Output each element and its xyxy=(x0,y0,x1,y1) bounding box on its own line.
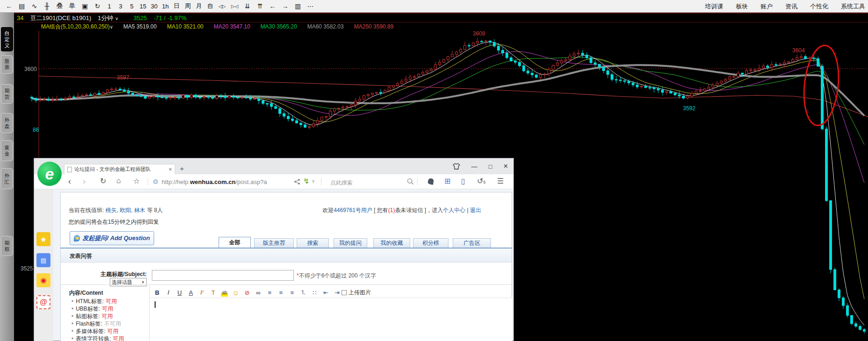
period-day[interactable]: 日 xyxy=(171,1,182,11)
underline-icon[interactable]: U xyxy=(176,288,183,297)
ordered-list-icon[interactable]: ⒈ xyxy=(299,288,306,297)
logout-link[interactable]: 退出 xyxy=(470,207,481,213)
remove-format-icon[interactable]: ⊘ xyxy=(243,288,250,297)
evernote-icon[interactable] xyxy=(427,178,435,186)
mention-icon[interactable]: @ xyxy=(36,295,50,309)
favorites-icon[interactable]: ★ xyxy=(36,232,50,246)
subject-input[interactable] xyxy=(152,270,294,281)
sidebar-tab-futures[interactable]: 期货 xyxy=(1,84,13,104)
apps-grid-icon[interactable]: ⊞ xyxy=(444,177,450,185)
content-textarea[interactable] xyxy=(149,298,512,341)
collapse-down-icon[interactable]: ⇊ xyxy=(241,1,254,11)
mobile-icon[interactable]: ▯ xyxy=(461,177,465,185)
restore-tab-icon[interactable]: ↺5 xyxy=(477,177,485,185)
chevron-down-icon[interactable]: ∨ xyxy=(312,178,315,184)
shrink-horizontal-icon[interactable]: ▷◁ xyxy=(228,1,241,11)
period-1min[interactable]: 1 xyxy=(104,1,115,11)
nav-home-icon[interactable]: ⌂ xyxy=(116,177,121,185)
font-size-icon[interactable]: A xyxy=(187,288,194,297)
search-input[interactable]: 点此搜索 xyxy=(330,179,353,187)
browser-tab[interactable]: 论坛提问 - 文华的金融工程师团队 × xyxy=(64,164,175,174)
period-30min[interactable]: 30 xyxy=(149,1,160,11)
close-button[interactable]: × xyxy=(504,162,508,170)
layout-icon[interactable]: ▥ xyxy=(292,1,304,11)
topic-select[interactable]: 选择话题 ▼ xyxy=(110,278,147,286)
save-icon[interactable]: ▣ xyxy=(78,1,91,11)
period-month[interactable]: 月 xyxy=(193,1,205,11)
expand-horizontal-icon[interactable]: ◁▷ xyxy=(216,1,228,11)
site-info-icon[interactable] xyxy=(153,179,158,184)
italic-icon[interactable]: I xyxy=(165,288,172,297)
hyperlink-icon[interactable]: ∞ xyxy=(255,288,262,297)
period-selector[interactable]: 1分钟 ∨ xyxy=(98,14,118,22)
align-right-icon[interactable]: ≡ xyxy=(288,288,295,297)
align-left-icon[interactable]: ≡ xyxy=(266,288,273,297)
accelerator-icon[interactable]: ↯ xyxy=(303,177,309,185)
address-bar[interactable]: http://help.wenhua.com.cn/post.asp?a xyxy=(162,178,267,185)
multi-chart-icon[interactable]: 叠 xyxy=(53,1,66,11)
scroll-right-icon[interactable]: → xyxy=(279,1,292,11)
nav-favorite-icon[interactable]: ☆ xyxy=(133,177,140,185)
checkbox-icon[interactable] xyxy=(342,290,347,295)
sidebar-tab-gold[interactable]: 黄金 xyxy=(1,140,13,161)
period-week[interactable]: 周 xyxy=(182,1,193,11)
ma-combo-selector[interactable]: MA组合(5,10,20,30,60,250)∨ xyxy=(41,23,113,31)
tab-moderator-picks[interactable]: 版主推荐 xyxy=(254,238,294,248)
emoticon-icon[interactable]: ☺ xyxy=(232,288,239,297)
tab-all[interactable]: 全部 xyxy=(219,237,251,248)
single-chart-icon[interactable]: 单 xyxy=(66,1,78,11)
sidebar-tab-forex[interactable]: 外汇 xyxy=(1,168,13,189)
sidebar-tab-custom[interactable]: 自定义 xyxy=(1,27,13,51)
nav-back-icon[interactable]: ‹ xyxy=(68,177,71,186)
tab-search[interactable]: 搜索 xyxy=(297,238,329,248)
search-icon[interactable] xyxy=(407,178,414,185)
bold-icon[interactable]: B xyxy=(154,288,161,297)
font-color-icon[interactable]: T xyxy=(210,288,217,297)
candlestick-icon[interactable]: ╫ xyxy=(41,1,53,11)
more-icon[interactable]: ⋯ xyxy=(304,1,317,11)
weibo-icon[interactable]: ◉ xyxy=(36,273,50,287)
profile-link[interactable]: 个人中心 xyxy=(443,207,465,213)
scroll-left-icon[interactable]: ← xyxy=(266,1,279,11)
maximize-button[interactable]: □ xyxy=(489,163,492,170)
font-family-icon[interactable]: F xyxy=(199,288,206,297)
outdent-icon[interactable]: ⇤ xyxy=(322,288,329,297)
add-question-button[interactable]: 发起提问/ Add Question xyxy=(70,231,154,245)
news-feed-icon[interactable]: ▤ xyxy=(36,253,50,267)
highlight-icon[interactable]: ab xyxy=(221,288,228,297)
period-15min[interactable]: 15 xyxy=(137,1,149,11)
tab-ads[interactable]: 广告区 xyxy=(453,238,491,248)
unordered-list-icon[interactable]: ∷ xyxy=(311,288,318,297)
nav-refresh-icon[interactable]: ↻ xyxy=(100,177,106,185)
menu-personalize[interactable]: 个性化 xyxy=(810,2,828,11)
period-1hour[interactable]: 1h xyxy=(160,1,171,11)
sidebar-tab-stocks[interactable]: 股票 xyxy=(1,55,13,74)
browser-titlebar[interactable]: 论坛提问 - 文华的金融工程师团队 × + — □ × xyxy=(34,158,513,174)
period-3min[interactable]: 3 xyxy=(115,1,126,11)
menu-icon[interactable]: ☰ xyxy=(497,177,504,185)
upload-image-toggle[interactable]: 上传图片 xyxy=(342,289,371,297)
menu-training[interactable]: 培训课 xyxy=(705,2,723,11)
menu-account[interactable]: 账户 xyxy=(761,2,773,11)
tab-my-favorites[interactable]: 我的收藏 xyxy=(373,238,410,248)
sidebar-tab-overseas[interactable]: 外盘 xyxy=(1,113,13,133)
period-5min[interactable]: 5 xyxy=(126,1,137,11)
expand-up-icon[interactable]: ⇈ xyxy=(254,1,266,11)
user-link[interactable]: 4469761号用户 xyxy=(334,207,372,213)
skin-icon[interactable] xyxy=(453,163,460,170)
menu-sectors[interactable]: 板块 xyxy=(736,2,748,11)
online-staff-links[interactable]: 桃矢, 欧阳, 林木 xyxy=(106,207,145,213)
indent-icon[interactable]: ⇥ xyxy=(333,288,340,297)
quote-board-icon[interactable]: ▤ xyxy=(15,1,28,11)
tab-leaderboard[interactable]: 积分榜 xyxy=(413,238,448,248)
period-custom[interactable]: 自 xyxy=(205,1,216,11)
tab-close-icon[interactable]: × xyxy=(169,166,172,173)
line-chart-icon[interactable]: ∿ xyxy=(28,1,41,11)
back-icon[interactable]: ← xyxy=(3,1,15,11)
share-icon[interactable] xyxy=(294,178,300,185)
nav-forward-icon[interactable]: › xyxy=(83,177,85,186)
minimize-button[interactable]: — xyxy=(471,163,477,170)
tab-my-questions[interactable]: 我的提问 xyxy=(334,238,367,248)
refresh-icon[interactable]: ↻ xyxy=(91,1,104,11)
menu-system-tools[interactable]: 系统工具 xyxy=(841,2,865,11)
